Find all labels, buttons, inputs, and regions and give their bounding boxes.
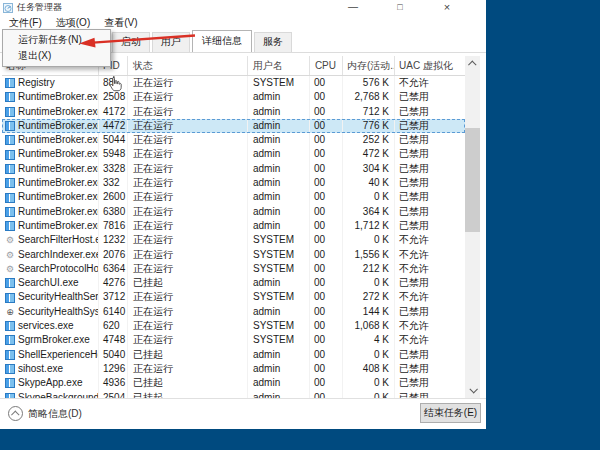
tab-用户[interactable]: 用户 [152,32,190,52]
table-row[interactable]: RuntimeBroker.exe2508正在运行admin002,768 K已… [2,90,465,104]
cell-uac: 已禁用 [395,90,462,104]
end-task-button[interactable]: 结束任务(E) [420,403,481,423]
tab-服务[interactable]: 服务 [254,32,292,52]
process-name: SearchUI.exe [18,276,79,290]
task-manager-window: 任务管理器 — □ × 文件(F)选项(O)查看(V) 启动用户详细信息服务 运… [0,0,486,429]
cell-pid: 1296 [99,362,128,376]
app-window-icon [5,193,15,203]
table-row[interactable]: ShellExperienceHo...5040已挂起admin000 K已禁用 [2,348,465,362]
column-header-uac[interactable]: UAC 虚拟化 [395,56,462,75]
cell-user: SYSTEM [248,248,310,262]
app-window-icon [5,121,15,131]
process-name: SearchIndexer.exe [18,248,99,262]
cell-user: admin [248,90,310,104]
cell-memory: 2,768 K [343,90,395,104]
table-row[interactable]: RuntimeBroker.exe332正在运行admin0040 K已禁用 [2,176,465,190]
process-name: ShellExperienceHo... [18,348,99,362]
table-row[interactable]: SgrmBroker.exe4748正在运行SYSTEM004 K不允许 [2,333,465,347]
column-header-status[interactable]: 状态 [128,56,248,75]
cell-name: RuntimeBroker.exe [2,119,99,133]
app-window-icon [5,350,15,360]
table-row[interactable]: RuntimeBroker.exe2600正在运行admin000 K已禁用 [2,190,465,204]
vertical-scrollbar[interactable] [465,56,480,398]
cell-uac: 已禁用 [395,119,462,133]
maximize-button[interactable]: □ [390,0,410,14]
table-row[interactable]: RuntimeBroker.exe6380正在运行admin00364 K已禁用 [2,205,465,219]
table-row[interactable]: SkypeApp.exe4936已挂起admin000 K已禁用 [2,376,465,390]
cell-pid: 5044 [99,133,128,147]
table-row[interactable]: SearchUI.exe4276已挂起admin000 K已禁用 [2,276,465,290]
cell-cpu: 00 [310,262,343,276]
table-row[interactable]: Registry88正在运行SYSTEM00576 K不允许 [2,76,465,90]
scrollbar-thumb[interactable] [465,128,480,232]
menu-file[interactable]: 文件(F) [2,15,49,30]
table-row[interactable]: SecurityHealthServ...3712正在运行SYSTEM00272… [2,290,465,304]
cell-pid: 4748 [99,333,128,347]
table-row[interactable]: ⚙SearchIndexer.exe2076正在运行SYSTEM001,556 … [2,248,465,262]
menu-options[interactable]: 选项(O) [49,15,97,30]
process-name: SearchFilterHost.exe [18,233,99,247]
table-row[interactable]: sihost.exe1296正在运行admin00408 K已禁用 [2,362,465,376]
cell-cpu: 00 [310,276,343,290]
table-row[interactable]: ⚙SearchFilterHost.exe1232正在运行SYSTEM000 K… [2,233,465,247]
cell-name: RuntimeBroker.exe [2,90,99,104]
cell-memory: 364 K [343,205,395,219]
cell-pid: 4472 [99,119,128,133]
fewer-details-label[interactable]: 简略信息(D) [28,407,82,421]
scroll-up-icon[interactable] [465,56,480,72]
close-button[interactable]: × [437,0,457,14]
table-row[interactable]: ⊕SecurityHealthSyst...6140正在运行admin00144… [2,305,465,319]
cell-name: RuntimeBroker.exe [2,105,99,119]
task-manager-icon [3,3,13,13]
table-row[interactable]: RuntimeBroker.exe5948正在运行admin00472 K已禁用 [2,147,465,161]
cell-user: admin [248,276,310,290]
cell-cpu: 00 [310,248,343,262]
cell-name: Registry [2,76,99,90]
column-header-user[interactable]: 用户名 [248,56,310,75]
table-row[interactable]: ⚙SearchProtocolHo...6364正在运行SYSTEM00212 … [2,262,465,276]
table-row[interactable]: RuntimeBroker.exe3328正在运行admin00304 K已禁用 [2,162,465,176]
tab-详细信息[interactable]: 详细信息 [192,30,252,52]
cell-memory: 4 K [343,333,395,347]
process-name: RuntimeBroker.exe [18,176,99,190]
app-window-icon [5,364,15,374]
menu-item-run-new-task[interactable]: 运行新任务(N) [3,32,110,48]
column-header-memory[interactable]: 内存(活动... [343,56,395,75]
scroll-down-icon[interactable] [465,382,480,398]
cell-status: 正在运行 [128,90,248,104]
table-row[interactable]: RuntimeBroker.exe4172正在运行admin00712 K已禁用 [2,105,465,119]
cell-name: services.exe [2,319,99,333]
cell-name: RuntimeBroker.exe [2,205,99,219]
minimize-button[interactable]: — [343,0,363,14]
menu-view[interactable]: 查看(V) [97,15,144,30]
fewer-details-toggle[interactable] [8,406,23,421]
app-window-icon [5,207,15,217]
cell-memory: 0 K [343,190,395,204]
table-row[interactable]: RuntimeBroker.exe7816正在运行admin001,712 K已… [2,219,465,233]
app-window-icon [5,135,15,145]
cell-user: admin [248,147,310,161]
table-row[interactable]: RuntimeBroker.exe4472正在运行admin00776 K已禁用 [2,119,465,133]
cell-uac: 已禁用 [395,219,462,233]
cell-name: ⚙SearchFilterHost.exe [2,233,99,247]
cell-name: RuntimeBroker.exe [2,147,99,161]
cell-pid: 5040 [99,348,128,362]
tab-启动[interactable]: 启动 [112,32,150,52]
cell-pid: 4276 [99,276,128,290]
cell-uac: 不允许 [395,290,462,304]
cell-status: 已挂起 [128,391,248,398]
table-row[interactable]: RuntimeBroker.exe5044正在运行admin00252 K已禁用 [2,133,465,147]
cell-memory: 0 K [343,276,395,290]
table-row[interactable]: SkypeBackground...2504已挂起admin000 K已禁用 [2,391,465,398]
process-name: SecurityHealthServ... [18,290,99,304]
cell-uac: 已禁用 [395,276,462,290]
cell-uac: 已禁用 [395,190,462,204]
status-bar: 简略信息(D) 结束任务(E) [0,398,486,429]
menu-item-exit[interactable]: 退出(X) [3,48,110,64]
cell-uac: 已禁用 [395,391,462,398]
table-row[interactable]: services.exe620正在运行SYSTEM001,068 K不允许 [2,319,465,333]
cell-pid: 6140 [99,305,128,319]
column-header-cpu[interactable]: CPU [310,56,343,75]
cell-pid: 2504 [99,391,128,398]
process-name: SecurityHealthSyst... [18,305,99,319]
